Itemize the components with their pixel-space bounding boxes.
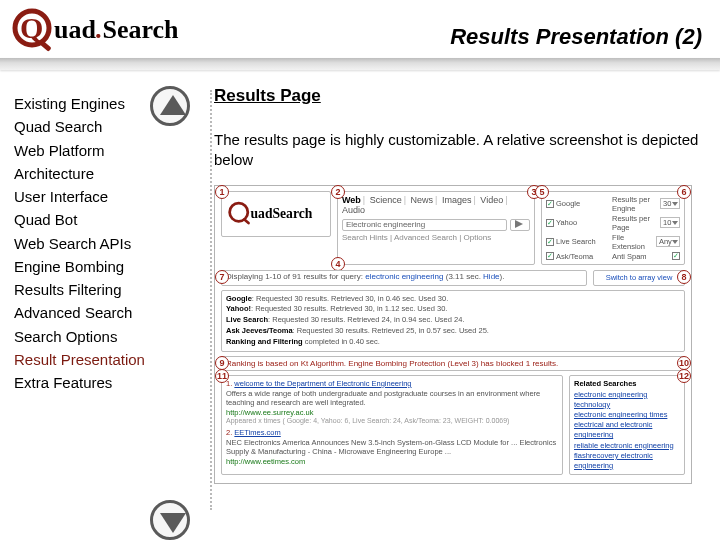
result-desc: Offers a wide range of both undergraduat…	[226, 389, 558, 407]
header-divider	[0, 58, 720, 70]
callout-badge: 7	[215, 270, 229, 284]
results-list: 11 1. welcome to the Department of Elect…	[221, 375, 563, 475]
ranking-bar: 9 Ranking is based on Kt Algorithm. Engi…	[221, 356, 685, 371]
checkbox[interactable]: ✓	[672, 252, 680, 260]
nav-item[interactable]: Architecture	[14, 162, 184, 185]
select[interactable]: Any	[656, 236, 680, 247]
result-title[interactable]: welcome to the Department of Electronic …	[234, 379, 411, 388]
callout-badge: 11	[215, 369, 229, 383]
nav-item[interactable]: Search Options	[14, 325, 184, 348]
page-title: Results Presentation (2)	[450, 24, 702, 50]
callout-badge: 2	[331, 185, 345, 199]
main-content: Results Page The results page is highly …	[196, 76, 720, 536]
tabs-block: 3 2 Web| Science| News| Images| Video| A…	[337, 191, 535, 265]
nav-item[interactable]: Engine Bombing	[14, 255, 184, 278]
engine-stats: Google: Requested 30 results. Retrieved …	[221, 290, 685, 352]
text: (3.11 sec.	[446, 272, 481, 281]
header: Q uad.Search Results Presentation (2)	[0, 0, 720, 76]
svg-text:uadSearch: uadSearch	[251, 205, 313, 220]
checkbox[interactable]: ✓	[546, 238, 554, 246]
select[interactable]: 10	[660, 217, 680, 228]
nav-list: Existing Engines Quad Search Web Platfor…	[14, 92, 184, 394]
search-input[interactable]: Electronic engineering	[342, 219, 507, 231]
checkbox[interactable]: ✓	[546, 219, 554, 227]
nav-item[interactable]: Quad Bot	[14, 208, 184, 231]
tab[interactable]: Video	[480, 195, 503, 205]
search-icon	[515, 220, 525, 228]
tab[interactable]: Audio	[342, 205, 365, 215]
opt-label: Ask/Teoma	[556, 252, 593, 261]
opt-label: Live Search	[556, 237, 596, 246]
intro-text: The results page is highly customizable.…	[214, 130, 706, 171]
search-hints[interactable]: Search Hints | Advanced Search | Options	[342, 233, 530, 242]
chevron-down-icon	[160, 513, 186, 533]
nav-item[interactable]: Advanced Search	[14, 301, 184, 324]
nav-item-current[interactable]: Result Presentation	[14, 348, 184, 371]
related-link[interactable]: reliable electronic engineering	[574, 441, 680, 451]
hide-link[interactable]: Hide	[483, 272, 499, 281]
callout-badge: 4	[331, 257, 345, 271]
app-screenshot: uadSearch 1 3 2 Web| Science| News| Imag…	[214, 185, 692, 484]
callout-badge: 6	[677, 185, 691, 199]
section-heading: Results Page	[214, 86, 706, 106]
tab-row: Web| Science| News| Images| Video| Audio	[342, 195, 530, 215]
nav-item[interactable]: Quad Search	[14, 115, 184, 138]
related-searches: 12 Related Searches electronic engineeri…	[569, 375, 685, 475]
result-desc: NEC Electronics America Announces New 3.…	[226, 438, 558, 456]
related-heading: Related Searches	[574, 379, 680, 388]
text: ).	[500, 272, 505, 281]
checkbox[interactable]: ✓	[546, 252, 554, 260]
related-link[interactable]: flashrecovery electronic engineering	[574, 451, 680, 471]
nav-item[interactable]: Web Search APIs	[14, 232, 184, 255]
checkbox[interactable]: ✓	[546, 200, 554, 208]
svg-marker-7	[515, 220, 523, 228]
sidebar: Existing Engines Quad Search Web Platfor…	[0, 76, 196, 536]
callout-badge: 8	[677, 270, 691, 284]
tab[interactable]: Images	[442, 195, 472, 205]
nav-item[interactable]: Web Platform	[14, 139, 184, 162]
result-url[interactable]: http://www.eetimes.com	[226, 457, 558, 466]
related-link[interactable]: electrical and electronic engineering	[574, 420, 680, 440]
opt-label: Google	[556, 199, 580, 208]
callout-badge: 1	[215, 185, 229, 199]
result-num: 2.	[226, 428, 232, 437]
result-meta: Appeared x times ( Google: 4, Yahoo: 6, …	[226, 417, 558, 424]
tab[interactable]: Science	[370, 195, 402, 205]
displaying-bar: 7 Displaying 1-10 of 91 results for quer…	[221, 270, 587, 286]
opt-label: Results per Page	[612, 214, 660, 232]
select[interactable]: 30	[660, 198, 680, 209]
nav-item[interactable]: Results Filtering	[14, 278, 184, 301]
result-item[interactable]: 1. welcome to the Department of Electron…	[226, 379, 558, 424]
callout-badge: 10	[677, 356, 691, 370]
tab[interactable]: Web	[342, 195, 361, 205]
svg-text:uad.Search: uad.Search	[54, 15, 179, 44]
switch-view-button[interactable]: Switch to array view 8	[593, 270, 685, 286]
app-logo-block: uadSearch 1	[221, 191, 331, 237]
callout-badge: 12	[677, 369, 691, 383]
svg-text:Q: Q	[20, 11, 43, 44]
result-title[interactable]: EETimes.com	[234, 428, 280, 437]
opt-label: Anti Spam	[612, 252, 647, 261]
opt-label: Yahoo	[556, 218, 577, 227]
query-text: electronic engineering	[365, 272, 443, 281]
result-item[interactable]: 2. EETimes.com NEC Electronics America A…	[226, 428, 558, 466]
related-link[interactable]: electronic engineering technology	[574, 390, 680, 410]
nav-item[interactable]: Extra Features	[14, 371, 184, 394]
nav-next-button[interactable]	[150, 500, 194, 540]
search-button[interactable]	[510, 219, 530, 231]
opt-label: File Extension	[612, 233, 656, 251]
related-link[interactable]: electronic engineering times	[574, 410, 680, 420]
nav-item[interactable]: Existing Engines	[14, 92, 184, 115]
opt-label: Results per Engine	[612, 195, 660, 213]
nav-item[interactable]: User Interface	[14, 185, 184, 208]
callout-badge: 9	[215, 356, 229, 370]
logo: Q uad.Search	[8, 6, 250, 54]
options-block: 5 6 ✓Google Results per Engine30 ✓Yahoo …	[541, 191, 685, 265]
tab[interactable]: News	[411, 195, 434, 205]
text: Displaying 1-10 of 91 results for query:	[226, 272, 363, 281]
result-url[interactable]: http://www.ee.surrey.ac.uk	[226, 408, 558, 417]
callout-badge: 5	[535, 185, 549, 199]
